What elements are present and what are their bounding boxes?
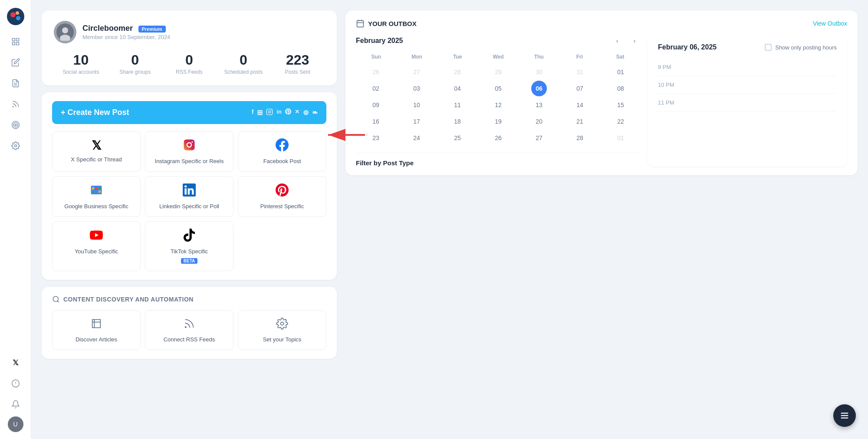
sidebar-item-settings[interactable] <box>7 137 24 154</box>
svg-point-13 <box>15 124 16 125</box>
sidebar-item-dashboard[interactable] <box>7 33 24 50</box>
premium-badge: Premium <box>138 26 166 33</box>
sidebar-item-info[interactable] <box>7 375 24 392</box>
calendar-day-11[interactable]: 11 <box>450 97 465 113</box>
calendar-day-20[interactable]: 20 <box>531 114 547 129</box>
stat-value-rss: 0 <box>162 52 217 68</box>
platform-instagram[interactable]: Instagram Specific or Reels <box>145 131 233 172</box>
calendar-day-12[interactable]: 12 <box>490 97 506 113</box>
connect-rss-label: Connect RSS Feeds <box>164 336 215 343</box>
calendar-day-01[interactable]: 01 <box>613 130 628 146</box>
time-label-11pm: 11 PM <box>658 99 684 106</box>
svg-point-23 <box>271 110 272 111</box>
svg-rect-31 <box>92 190 94 193</box>
discovery-grid: Discover Articles Connect RSS Feeds Set … <box>52 310 326 350</box>
time-label-10pm: 10 PM <box>658 82 684 88</box>
outbox-title: YOUR OUTBOX <box>356 19 417 28</box>
calendar-day-13[interactable]: 13 <box>531 97 547 113</box>
calendar-day-25[interactable]: 25 <box>450 130 465 146</box>
filter-section: Filter by Post Type <box>356 153 641 167</box>
calendar-day-28[interactable]: 28 <box>572 130 588 146</box>
calendar-day-04[interactable]: 04 <box>450 81 465 96</box>
linkedin-icon-btn: in <box>276 108 282 117</box>
svg-point-10 <box>13 106 13 107</box>
calendar-day-27[interactable]: 27 <box>531 130 547 146</box>
svg-point-2 <box>16 11 19 15</box>
create-new-post-button[interactable]: + Create New Post f ⊞ in ✕ ⊚ ❧ <box>52 101 326 124</box>
calendar-day-06[interactable]: 06 <box>531 81 547 96</box>
set-topics-card[interactable]: Set your Topics <box>238 310 326 350</box>
stat-rss-feeds: 0 RSS Feeds <box>162 52 217 75</box>
svg-rect-28 <box>92 187 94 190</box>
calendar-day-02[interactable]: 02 <box>368 81 384 96</box>
sidebar-item-twitter[interactable]: 𝕏 <box>7 354 24 371</box>
view-outbox-link[interactable]: View Outbox <box>813 20 847 27</box>
calendar-day-29[interactable]: 29 <box>490 64 506 80</box>
platform-pinterest[interactable]: Pinterest Specific <box>238 176 326 217</box>
newspaper-icon <box>90 318 102 333</box>
x-icon-btn: ✕ <box>295 108 299 117</box>
calendar-day-09[interactable]: 09 <box>368 97 384 113</box>
cal-header-fri: Fri <box>559 52 600 62</box>
posting-hours-checkbox[interactable] <box>765 44 772 51</box>
platform-tiktok[interactable]: TikTok Specific BETA <box>145 221 233 271</box>
calendar-day-21[interactable]: 21 <box>572 114 588 129</box>
stat-social-accounts: 10 Social accounts <box>54 52 108 75</box>
calendar-day-31[interactable]: 31 <box>572 64 588 80</box>
profile-info: Circleboomer Premium Member since 10 Sep… <box>82 24 170 40</box>
calendar-day-18[interactable]: 18 <box>450 114 465 129</box>
youtube-platform-label: YouTube Specific <box>75 248 118 255</box>
outbox-section: YOUR OUTBOX View Outbox February 2025 ‹ … <box>345 10 858 175</box>
discover-articles-card[interactable]: Discover Articles <box>52 310 141 350</box>
chat-button[interactable] <box>833 404 856 427</box>
sidebar-item-targeting[interactable] <box>7 116 24 134</box>
calendar-day-08[interactable]: 08 <box>613 81 628 96</box>
calendar-day-01[interactable]: 01 <box>613 64 628 80</box>
calendar-day-28[interactable]: 28 <box>450 64 465 80</box>
calendar-day-05[interactable]: 05 <box>490 81 506 96</box>
discover-articles-label: Discover Articles <box>76 336 117 343</box>
user-avatar[interactable]: U <box>8 416 23 432</box>
sidebar-item-content[interactable] <box>7 75 24 92</box>
calendar-day-17[interactable]: 17 <box>409 114 424 129</box>
calendar-day-26[interactable]: 26 <box>368 64 384 80</box>
filter-title: Filter by Post Type <box>356 159 641 167</box>
sidebar-item-rss[interactable] <box>7 95 24 113</box>
connect-rss-card[interactable]: Connect RSS Feeds <box>145 310 233 350</box>
sidebar-item-compose[interactable] <box>7 54 24 71</box>
stat-scheduled-posts: 0 Scheduled posts <box>216 52 270 75</box>
tiktok-platform-icon <box>183 229 196 245</box>
facebook-icon-btn: f <box>252 108 254 117</box>
calendar-day-19[interactable]: 19 <box>490 114 506 129</box>
calendar-day-07[interactable]: 07 <box>572 81 588 96</box>
platform-facebook[interactable]: Facebook Post <box>238 131 326 172</box>
calendar-day-10[interactable]: 10 <box>409 97 424 113</box>
platform-linkedin[interactable]: Linkedin Specific or Poll <box>145 176 233 217</box>
stat-value-groups: 0 <box>108 52 162 68</box>
calendar-day-15[interactable]: 15 <box>613 97 628 113</box>
platform-x[interactable]: 𝕏 X Specific or Thread <box>52 131 141 172</box>
stats-row: 10 Social accounts 0 Share groups 0 RSS … <box>54 52 325 75</box>
svg-point-34 <box>53 296 58 301</box>
posting-hours-toggle[interactable]: Show only posting hours <box>765 44 837 51</box>
left-panel: Circleboomer Premium Member since 10 Sep… <box>42 10 337 429</box>
calendar-prev-button[interactable]: ‹ <box>611 35 623 47</box>
calendar-day-27[interactable]: 27 <box>409 64 424 80</box>
content-discovery-section: CONTENT DISCOVERY AND AUTOMATION Discove… <box>42 287 337 359</box>
content-wrapper: Circleboomer Premium Member since 10 Sep… <box>42 10 858 429</box>
calendar-day-14[interactable]: 14 <box>572 97 588 113</box>
calendar-day-26[interactable]: 26 <box>490 130 506 146</box>
time-slot-10pm: 10 PM <box>658 76 837 94</box>
calendar-day-03[interactable]: 03 <box>409 81 424 96</box>
calendar-day-16[interactable]: 16 <box>368 114 384 129</box>
platform-youtube[interactable]: YouTube Specific <box>52 221 141 271</box>
calendar-day-30[interactable]: 30 <box>531 64 547 80</box>
calendar-next-button[interactable]: › <box>628 35 641 47</box>
calendar-day-22[interactable]: 22 <box>613 114 628 129</box>
calendar-day-24[interactable]: 24 <box>409 130 424 146</box>
tiktok-platform-label: TikTok Specific <box>171 248 208 255</box>
sidebar-item-notifications[interactable] <box>7 396 24 413</box>
platform-google-business[interactable]: Google Business Specific <box>52 176 141 217</box>
app-logo[interactable] <box>6 7 25 26</box>
calendar-day-23[interactable]: 23 <box>368 130 384 146</box>
